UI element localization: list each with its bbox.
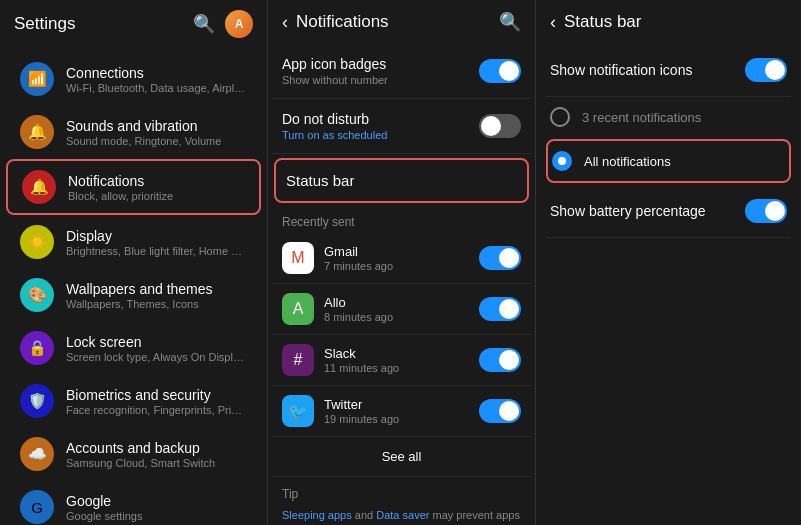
- connections-icon: 📶: [20, 62, 54, 96]
- sidebar-item-google[interactable]: G Google Google settings: [6, 481, 261, 525]
- status-bar-panel-title: Status bar: [564, 12, 787, 32]
- twitter-time: 19 minutes ago: [324, 413, 479, 425]
- google-icon: G: [20, 490, 54, 524]
- accounts-icon: ☁️: [20, 437, 54, 471]
- google-subtitle: Google settings: [66, 510, 247, 522]
- app-icon-badges-title: App icon badges: [282, 56, 479, 72]
- sidebar-item-display[interactable]: ☀️ Display Brightness, Blue light filter…: [6, 216, 261, 268]
- slack-time: 11 minutes ago: [324, 362, 479, 374]
- show-notification-icons-title: Show notification icons: [550, 62, 745, 78]
- wallpapers-icon: 🎨: [20, 278, 54, 312]
- connections-title: Connections: [66, 65, 247, 81]
- lock-icon: 🔒: [20, 331, 54, 365]
- twitter-icon: 🐦: [282, 395, 314, 427]
- recent-3-radio[interactable]: [550, 107, 570, 127]
- notifications-title: Notifications: [68, 173, 245, 189]
- slack-name: Slack: [324, 346, 479, 361]
- recent-3-radio-row[interactable]: 3 recent notifications: [546, 97, 791, 137]
- app-rows: M Gmail 7 minutes ago A Allo 8 minutes a…: [272, 233, 531, 437]
- back-icon[interactable]: ‹: [282, 12, 288, 33]
- gmail-name: Gmail: [324, 244, 479, 259]
- settings-title: Settings: [14, 14, 181, 34]
- biometrics-title: Biometrics and security: [66, 387, 247, 403]
- sounds-title: Sounds and vibration: [66, 118, 247, 134]
- tip-text: Sleeping apps and Data saver may prevent…: [282, 507, 521, 525]
- sounds-subtitle: Sound mode, Ringtone, Volume: [66, 135, 247, 147]
- lock-title: Lock screen: [66, 334, 247, 350]
- display-subtitle: Brightness, Blue light filter, Home scre…: [66, 245, 247, 257]
- show-battery-toggle[interactable]: [745, 199, 787, 223]
- google-title: Google: [66, 493, 247, 509]
- gmail-time: 7 minutes ago: [324, 260, 479, 272]
- slack-icon: #: [282, 344, 314, 376]
- app-icon-badges-subtitle: Show without number: [282, 74, 479, 86]
- show-notification-icons-toggle[interactable]: [745, 58, 787, 82]
- notifications-icon: 🔔: [22, 170, 56, 204]
- settings-panel: Settings 🔍 A 📶 Connections Wi-Fi, Blueto…: [0, 0, 268, 525]
- back-icon-right[interactable]: ‹: [550, 12, 556, 33]
- app-row-slack[interactable]: # Slack 11 minutes ago: [272, 335, 531, 386]
- connections-subtitle: Wi-Fi, Bluetooth, Data usage, Airplane m…: [66, 82, 247, 94]
- search-icon[interactable]: 🔍: [193, 13, 215, 35]
- search-icon-middle[interactable]: 🔍: [499, 11, 521, 33]
- tip-section: Tip Sleeping apps and Data saver may pre…: [272, 477, 531, 525]
- sidebar-item-biometrics[interactable]: 🛡️ Biometrics and security Face recognit…: [6, 375, 261, 427]
- biometrics-icon: 🛡️: [20, 384, 54, 418]
- notifications-subtitle: Block, allow, prioritize: [68, 190, 245, 202]
- wallpapers-subtitle: Wallpapers, Themes, Icons: [66, 298, 247, 310]
- do-not-disturb-title: Do not disturb: [282, 111, 479, 127]
- sidebar-item-wallpapers[interactable]: 🎨 Wallpapers and themes Wallpapers, Them…: [6, 269, 261, 321]
- app-row-allo[interactable]: A Allo 8 minutes ago: [272, 284, 531, 335]
- status-bar-row[interactable]: Status bar: [274, 158, 529, 203]
- show-battery-title: Show battery percentage: [550, 203, 745, 219]
- gmail-icon: M: [282, 242, 314, 274]
- settings-list: 📶 Connections Wi-Fi, Bluetooth, Data usa…: [0, 48, 267, 525]
- sidebar-item-notifications[interactable]: 🔔 Notifications Block, allow, prioritize: [6, 159, 261, 215]
- sleeping-apps-link[interactable]: Sleeping apps: [282, 509, 352, 521]
- all-notifications-radio[interactable]: [552, 151, 572, 171]
- display-title: Display: [66, 228, 247, 244]
- left-header: Settings 🔍 A: [0, 0, 267, 48]
- sidebar-item-sounds[interactable]: 🔔 Sounds and vibration Sound mode, Ringt…: [6, 106, 261, 158]
- data-saver-link[interactable]: Data saver: [376, 509, 429, 521]
- slack-toggle[interactable]: [479, 348, 521, 372]
- accounts-subtitle: Samsung Cloud, Smart Switch: [66, 457, 247, 469]
- do-not-disturb-row[interactable]: Do not disturb Turn on as scheduled: [272, 99, 531, 154]
- gmail-toggle[interactable]: [479, 246, 521, 270]
- notifications-title: Notifications: [296, 12, 487, 32]
- twitter-name: Twitter: [324, 397, 479, 412]
- all-notifications-row[interactable]: All notifications: [546, 139, 791, 183]
- app-icon-badges-row[interactable]: App icon badges Show without number: [272, 44, 531, 99]
- app-row-twitter[interactable]: 🐦 Twitter 19 minutes ago: [272, 386, 531, 437]
- app-row-gmail[interactable]: M Gmail 7 minutes ago: [272, 233, 531, 284]
- allo-time: 8 minutes ago: [324, 311, 479, 323]
- all-notifications-label: All notifications: [584, 154, 671, 169]
- see-all-button[interactable]: See all: [272, 437, 531, 477]
- avatar[interactable]: A: [225, 10, 253, 38]
- right-header: ‹ Status bar: [536, 0, 801, 44]
- status-bar-panel: ‹ Status bar Show notification icons 3 r…: [536, 0, 801, 525]
- tip-title: Tip: [282, 487, 521, 501]
- allo-toggle[interactable]: [479, 297, 521, 321]
- allo-icon: A: [282, 293, 314, 325]
- accounts-title: Accounts and backup: [66, 440, 247, 456]
- wallpapers-title: Wallpapers and themes: [66, 281, 247, 297]
- right-section: Show notification icons 3 recent notific…: [536, 44, 801, 525]
- sidebar-item-accounts[interactable]: ☁️ Accounts and backup Samsung Cloud, Sm…: [6, 428, 261, 480]
- display-icon: ☀️: [20, 225, 54, 259]
- middle-header: ‹ Notifications 🔍: [268, 0, 535, 44]
- sounds-icon: 🔔: [20, 115, 54, 149]
- sidebar-item-lock[interactable]: 🔒 Lock screen Screen lock type, Always O…: [6, 322, 261, 374]
- do-not-disturb-toggle[interactable]: [479, 114, 521, 138]
- twitter-toggle[interactable]: [479, 399, 521, 423]
- sidebar-item-connections[interactable]: 📶 Connections Wi-Fi, Bluetooth, Data usa…: [6, 53, 261, 105]
- lock-subtitle: Screen lock type, Always On Display, Clo…: [66, 351, 247, 363]
- recent-3-label: 3 recent notifications: [582, 110, 701, 125]
- show-notification-icons-row[interactable]: Show notification icons: [546, 44, 791, 97]
- show-battery-row[interactable]: Show battery percentage: [546, 185, 791, 238]
- biometrics-subtitle: Face recognition, Fingerprints, Privacy: [66, 404, 247, 416]
- app-icon-badges-toggle[interactable]: [479, 59, 521, 83]
- status-bar-title: Status bar: [286, 172, 354, 189]
- recently-sent-label: Recently sent: [272, 207, 531, 233]
- allo-name: Allo: [324, 295, 479, 310]
